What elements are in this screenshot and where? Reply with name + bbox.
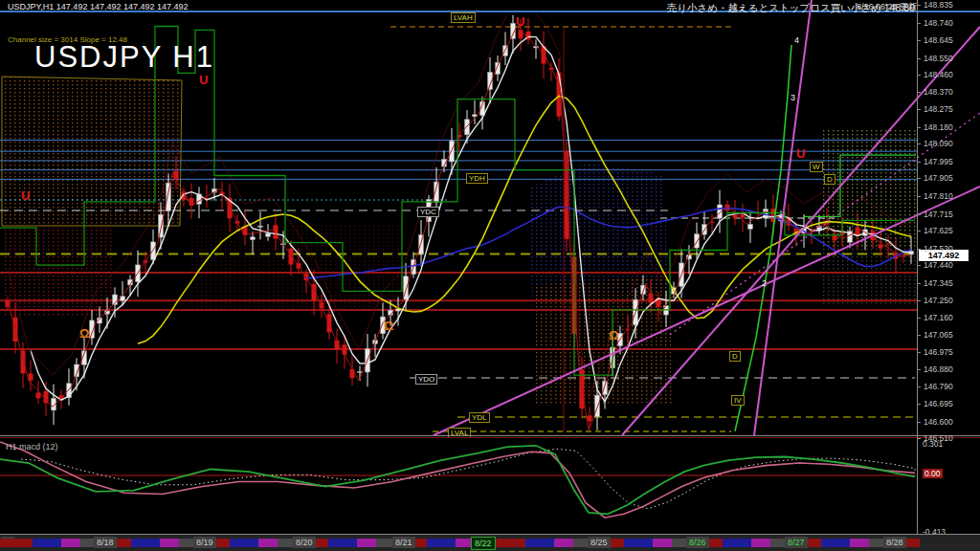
price-axis-tick — [918, 196, 921, 197]
price-axis[interactable]: 147.492 148.835148.740148.645148.550148.… — [917, 0, 980, 536]
price-axis-tick — [918, 422, 921, 423]
price-axis-label: 148.090 — [924, 139, 953, 148]
price-axis-tick — [918, 58, 921, 59]
macd-signal-line — [21, 449, 915, 508]
object-label-d[interactable]: D — [824, 174, 835, 185]
session-color-segment — [624, 539, 653, 547]
price-axis-tick — [918, 386, 921, 387]
time-axis-label[interactable]: 8/19 — [193, 537, 216, 548]
macd-green-line — [0, 446, 915, 515]
session-color-segment — [821, 539, 850, 547]
session-color-segment — [160, 539, 179, 547]
pattern-symbol-icon: U — [796, 146, 805, 161]
price-axis-label: 148.550 — [924, 54, 953, 63]
price-axis-tick — [918, 438, 921, 439]
trendline-number: 3 — [791, 93, 795, 102]
time-axis-label[interactable]: 8/27 — [785, 537, 808, 548]
price-axis-label: 146.510 — [924, 433, 953, 443]
price-axis-tick — [918, 40, 921, 41]
trendline-number: 4 — [794, 35, 799, 45]
session-color-segment — [493, 539, 525, 547]
pane-divider-red — [0, 437, 980, 438]
main-chart-svg[interactable] — [0, 0, 980, 551]
top-level-annotation: 売り小さめ・越えるとストップロス買い小さめ 148.80 — [667, 2, 915, 15]
object-label-ydo[interactable]: YDO — [415, 374, 437, 385]
price-axis-label: 147.905 — [924, 173, 953, 183]
time-axis[interactable]: 15 8/188/198/208/218/228/258/268/278/28 — [0, 534, 980, 551]
session-color-segment — [131, 539, 160, 547]
price-axis-label: 147.250 — [924, 296, 953, 305]
pattern-symbol-icon: U — [516, 14, 524, 29]
price-axis-label: 147.160 — [924, 313, 953, 322]
price-axis-tick — [918, 109, 921, 110]
price-axis-tick — [918, 75, 921, 76]
session-color-segment — [357, 539, 376, 547]
chart-title: USDJPY H1 — [34, 40, 214, 75]
symbol-ohlc-info: USDJPY,H1 147.492 147.492 147.492 147.49… — [8, 1, 189, 12]
session-color-segment — [230, 539, 258, 547]
price-axis-label: 146.695 — [924, 399, 953, 408]
price-axis-tick — [918, 335, 921, 336]
price-axis-tick — [918, 92, 921, 93]
time-axis-label[interactable]: 8/22 — [471, 537, 496, 550]
channel-info-text: Channel size = 3014 Slope = 12.48 — [8, 35, 127, 44]
pattern-symbol-icon: U — [21, 188, 30, 203]
price-axis-tick — [918, 404, 921, 405]
price-axis-tick — [918, 162, 921, 163]
price-axis-tick — [918, 214, 921, 215]
price-axis-tick — [918, 249, 921, 250]
price-axis-tick — [918, 178, 921, 179]
price-axis-label: 146.975 — [924, 347, 953, 357]
pattern-symbol-icon: U — [199, 73, 208, 87]
price-axis-label: 146.790 — [924, 382, 953, 391]
session-color-segment — [328, 539, 357, 547]
object-label-lvah[interactable]: LVAH — [451, 12, 476, 23]
pattern-symbol-icon: Ω — [79, 326, 89, 341]
session-color-segment — [751, 539, 770, 547]
trading-chart-screen: USDJPY,H1 147.492 147.492 147.492 147.49… — [0, 0, 980, 551]
price-axis-label: 148.275 — [924, 104, 953, 114]
price-axis-label: 148.180 — [924, 122, 953, 132]
object-label-w[interactable]: W — [810, 162, 823, 172]
session-color-segment — [427, 539, 456, 547]
price-axis-label: 147.345 — [924, 278, 953, 288]
price-axis-label: 148.370 — [924, 87, 953, 97]
object-label-ydl[interactable]: YDL — [469, 412, 490, 423]
price-axis-tick — [918, 283, 921, 284]
object-label-d[interactable]: D — [729, 351, 741, 362]
time-axis-label[interactable]: 8/18 — [94, 537, 117, 548]
price-axis-tick — [918, 5, 921, 6]
price-axis-label: 147.440 — [924, 260, 953, 270]
price-axis-tick — [918, 265, 921, 266]
price-axis-label: 147.065 — [924, 330, 953, 340]
pane-divider — [0, 435, 980, 436]
price-axis-label: 147.995 — [924, 157, 953, 166]
price-axis-label: 148.835 — [924, 0, 953, 10]
price-axis-label: 146.880 — [924, 364, 953, 374]
session-color-segment — [723, 539, 751, 547]
time-axis-label[interactable]: 8/21 — [392, 537, 415, 548]
price-axis-label: 146.600 — [924, 417, 953, 427]
object-label-iv[interactable]: IV — [731, 395, 745, 406]
session-color-segment — [850, 539, 869, 547]
macd-pane — [0, 442, 916, 518]
time-axis-label[interactable]: 8/26 — [686, 537, 709, 548]
price-axis-tick — [918, 318, 921, 319]
price-axis-label: 147.625 — [924, 226, 953, 235]
price-axis-label: 148.740 — [924, 18, 953, 28]
price-axis-label: 147.810 — [924, 191, 953, 201]
price-axis-tick — [918, 300, 921, 301]
price-axis-tick — [918, 352, 921, 353]
object-label-ydh[interactable]: YDH — [466, 173, 488, 184]
session-color-segment — [258, 539, 278, 547]
price-axis-label: 148.460 — [924, 70, 953, 79]
session-color-segment — [653, 539, 672, 547]
time-axis-label[interactable]: 8/28 — [883, 537, 906, 548]
price-axis-label: 147.530 — [924, 244, 953, 253]
time-axis-label[interactable]: 8/20 — [293, 537, 316, 548]
time-axis-label[interactable]: 8/25 — [588, 537, 611, 548]
session-color-segment — [33, 539, 61, 547]
price-axis-tick — [918, 143, 921, 144]
object-label-ydc[interactable]: YDC — [417, 207, 439, 217]
macd-pink-line — [0, 442, 915, 518]
